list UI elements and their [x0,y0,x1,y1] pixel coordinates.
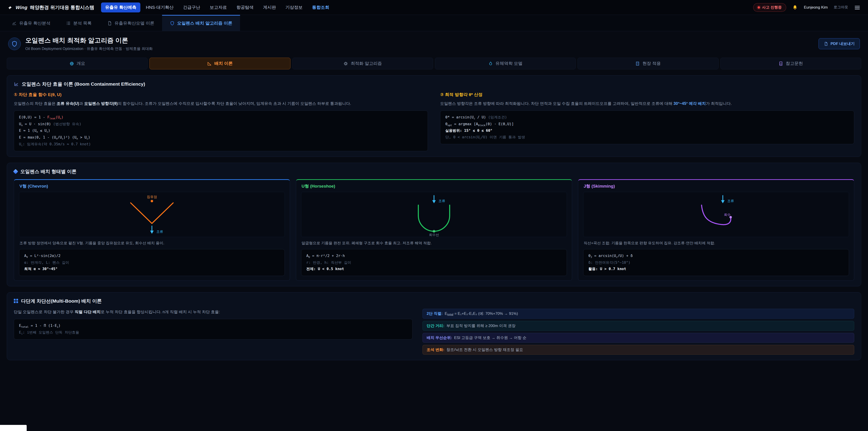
section-tab-label: 개요 [76,61,85,66]
section-tab-references[interactable]: 참고문헌 [720,58,861,69]
horseshoe-diagram: 조류 회수선 [301,192,567,237]
current-label: 조류 [438,199,445,203]
page-subtitle: Oil Boom Deployment Optimization · 유출유 확… [25,46,153,51]
horseshoe-card: U형 (Horseshoe) 조류 회수선 말굽형으로 기름을 완전 포위. 폐… [296,179,572,281]
note-text: ESI 고등급 구역 보호 → 취수원 → 어항 순 [454,335,526,340]
nav-emergency-rescue[interactable]: 긴급구난 [179,2,204,12]
app-title: 해양환경 위기대응 통합시스템 [30,4,94,11]
chevron-description: 조류 방향 정면에서 양측으로 펼친 V형. 기름을 중앙 집유점으로 유도, … [19,237,285,249]
efficiency-right-column: ② 최적 방향각 θ* 산정 오일펜스 방향각은 조류 방향에 따라 최적화됩니… [440,92,854,151]
skimming-description: 직선+곡선 조합. 기름을 한쪽으로 편향 유도하여 집유. 강조류·연안 배치… [583,237,849,249]
user-name: Eunjeong Kim [804,5,828,10]
page-tabbar: 유출유 확산분석 분석 목록 유출유확산모델 이론 오일펜스 배치 알고리즘 이… [0,15,868,31]
grid-icon [14,299,18,303]
section-tab-label: 참고문헌 [786,61,803,66]
app-logo: Wing 해양환경 위기대응 통합시스템 [8,4,94,11]
section-tab-label: 현장 적용 [643,61,661,66]
multiboom-panel-header: 다단계 차단선(Multi-Boom) 배치 이론 [14,298,854,304]
formula-line: Etotal = 1 - Π (1-Ei) [19,322,407,329]
optimal-angle-formula: θ* = arcsin(Uc / U) (임계조건) θopt = argmax… [440,111,854,144]
tab-label: 유출유확산모델 이론 [115,20,154,26]
formula-line: E(θ,U) = 1 - Fleak(Un) [19,114,423,121]
section-tab-field-application[interactable]: 현장 적용 [578,58,718,69]
formula-line: E = max(0, 1 - (Un/Uc)²) (Un > Uc) [19,134,423,141]
formula-line: E ≈ 1 (Un ≤ Uc) [19,127,423,134]
nav-board[interactable]: 게시판 [259,2,280,12]
nav-reports[interactable]: 보고자료 [206,2,231,12]
logout-button[interactable]: 로그아웃 [834,5,848,10]
formula-line: AU = π·r²/2 + 2r·h [306,253,562,259]
multiboom-intro: 단일 오일펜스로 차단 불가한 경우 직렬 다단 배치로 누적 차단 효율을 향… [14,309,412,315]
section-tab-deployment-theory[interactable]: 배치 이론 [149,58,290,69]
incident-dot-icon [758,6,760,8]
optimal-angle-heading: ② 최적 방향각 θ* 산정 [440,92,854,98]
multiboom-note-priority: 배치 우선순위: ESI 고등급 구역 보호 → 취수원 → 어항 순 [423,333,854,343]
formula-line: 최적 α ≈ 30°~45° [24,266,280,272]
nav-integrated-search[interactable]: 통합조회 [308,2,333,12]
current-arrowhead [432,200,436,204]
formula-line: Un = U · sin(θ) (법선방향 유속) [19,121,423,128]
recovery-vessel-dot [433,230,435,233]
skimming-card: J형 (Skimming) 조류 회수 직선+곡선 조합. 기름을 한쪽으로 편… [578,179,854,281]
pdf-icon [824,41,828,46]
horseshoe-boom-line [418,205,450,231]
book-icon [778,61,783,66]
current-label: 조류 [156,230,163,234]
tab-boom-algorithm-theory[interactable]: 오일펜스 배치 알고리즘 이론 [162,15,240,31]
efficiency-function-body: 오일펜스의 차단 효율은 조류 유속(U)과 오일펜스 방향각(θ)의 함수입니… [14,100,428,107]
tab-label: 오일펜스 배치 알고리즘 이론 [177,20,232,26]
nav-aerial-search[interactable]: 항공탐색 [232,2,258,12]
tab-analysis-list[interactable]: 분석 목록 [58,15,99,31]
collect-point-dot [151,200,153,202]
section-tab-overview[interactable]: 개요 [7,58,148,69]
formula-line: AV = L²·sin(2α)/2 [24,253,280,259]
nav-oil-spill-prediction[interactable]: 유출유 확산예측 [101,2,141,12]
page-title: 오일펜스 배치 최적화 알고리즘 이론 [25,36,153,45]
chart-icon [12,21,17,26]
note-text: Etotal = E₁+E₂-E₁E₂ (예: 70%+70% → 91%) [445,311,518,316]
droplet-icon [488,61,493,66]
formula-line: 실용범위: 15° ≤ θ ≤ 60° [445,127,849,134]
boom-efficiency-panel: 오일펜스 차단 효율 이론 (Boom Containment Efficien… [7,75,861,157]
note-text: 부표 집적 방지를 위해 ≥ 200m 이격 권장 [446,323,516,329]
current-label: 조류 [727,199,734,203]
multiboom-note-tide: 조석 변화: 창조/낙조 전환 시 오일펜스 방향 재조정 필요 [423,345,854,355]
efficiency-function-formula: E(θ,U) = 1 - Fleak(Un) Un = U · sin(θ) (… [14,111,428,151]
hamburger-menu-icon[interactable] [854,4,860,11]
horseshoe-card-title: U형 (Horseshoe) [301,180,567,192]
horseshoe-description: 말굽형으로 기름을 완전 포위. 폐쇄형 구조로 회수 효율 최고. 저조류 해… [301,237,567,249]
formula-line: r: 반경, h: 직선부 길이 [306,259,562,266]
formula-line: 전제: U < 0.5 knot [306,266,562,272]
multiboom-notes: 2단 직렬: Etotal = E₁+E₂-E₁E₂ (예: 70%+70% →… [423,309,854,355]
topbar-right: 사고 진행중 Eunjeong Kim 로그아웃 [753,3,860,12]
multiboom-formula: Etotal = 1 - Π (1-Ei) Ei: i번째 오일펜스 단독 차단… [14,319,412,339]
efficiency-panel-header: 오일펜스 차단 효율 이론 (Boom Containment Efficien… [14,81,854,87]
notification-bell-icon[interactable] [792,4,798,10]
current-arrowhead [721,200,725,204]
optimal-angle-body: 오일펜스 방향각은 조류 방향에 따라 최적화됩니다. 차단 면적과 오일 수집… [440,100,854,107]
shape-cards: V형 (Chevron) 집유점 조류 조류 방향 정면에서 양측으로 펼친 V… [14,179,854,281]
formula-line: 단, θ < arcsin(Uc/U) 이면 기름 통과 발생 [445,134,849,141]
note-label: 조석 변화: [427,347,444,352]
horseshoe-formula: AU = π·r²/2 + 2r·h r: 반경, h: 직선부 길이 전제: … [301,249,567,276]
formula-line: θopt = argmax [Ablock(θ) · E(θ,U)] [445,121,849,128]
note-label: 2단 직렬: [427,311,443,316]
tab-oil-diffusion-analysis[interactable]: 유출유 확산분석 [4,15,58,31]
section-tab-hydrodynamics-model[interactable]: 유체역학 모델 [435,58,576,69]
tab-label: 분석 목록 [73,20,92,26]
shield-icon [170,21,175,26]
incident-status-badge[interactable]: 사고 진행중 [753,3,786,12]
nav-hns-air-diffusion[interactable]: HNS·대기확산 [142,2,178,12]
pdf-export-button[interactable]: PDF 내보내기 [818,38,860,49]
efficiency-left-column: ① 차단 효율 함수 E(θ, U) 오일펜스의 차단 효율은 조류 유속(U)… [14,92,428,151]
tab-label: 유출유 확산분석 [19,20,51,26]
tab-diffusion-model-theory[interactable]: 유출유확산모델 이론 [99,15,162,31]
formula-line: Ei: i번째 오일펜스 단독 차단효율 [19,329,407,336]
logo-text: Wing [16,5,27,10]
formula-line: Uc: 임계유속(약 0.35m/s ≈ 0.7 knot) [19,141,423,148]
section-tab-optimization-algorithm[interactable]: 최적화 알고리즘 [292,58,433,69]
formula-line: α: 반개각, L: 펜스 길이 [24,259,280,266]
formula-line: θ* = arcsin(Uc / U) (임계조건) [445,114,849,121]
nav-weather-info[interactable]: 기상정보 [281,2,307,12]
note-label: 단간 거리: [427,323,444,329]
